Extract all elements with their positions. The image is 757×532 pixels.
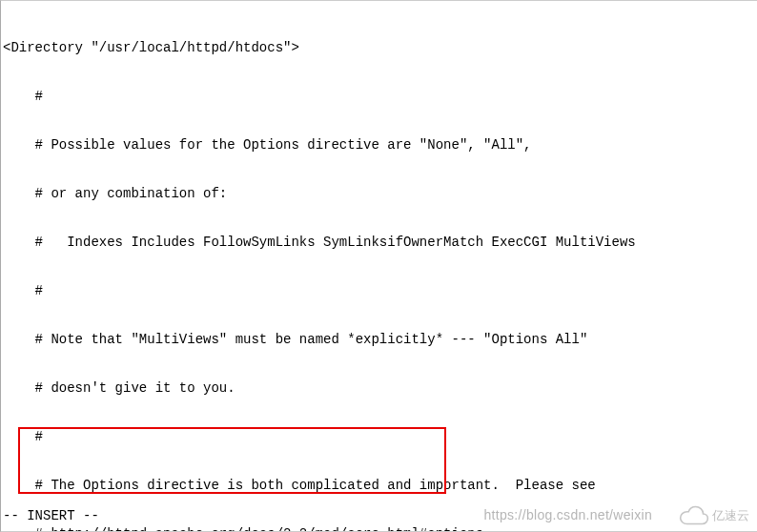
- config-line: # Indexes Includes FollowSymLinks SymLin…: [3, 235, 755, 251]
- config-line: #: [3, 429, 755, 445]
- config-line-open: <Directory "/usr/local/httpd/htdocs">: [3, 40, 755, 56]
- config-line: # http://httpd.apache.org/docs/2.2/mod/c…: [3, 526, 755, 532]
- config-line: # Possible values for the Options direct…: [3, 137, 755, 153]
- config-line: # Note that "MultiViews" must be named *…: [3, 332, 755, 348]
- vim-mode-status: -- INSERT --: [3, 508, 99, 524]
- config-line: #: [3, 89, 755, 105]
- config-line: # or any combination of:: [3, 186, 755, 202]
- watermark-url: https://blog.csdn.net/weixin: [484, 507, 653, 523]
- watermark-logo-text: 亿速云: [712, 507, 749, 523]
- config-line: # The Options directive is both complica…: [3, 478, 755, 494]
- cloud-icon: [678, 504, 710, 525]
- watermark-logo: 亿速云: [678, 504, 749, 525]
- config-line: #: [3, 283, 755, 299]
- config-line: # doesn't give it to you.: [3, 380, 755, 397]
- terminal-editor[interactable]: <Directory "/usr/local/httpd/htdocs"> # …: [1, 1, 757, 532]
